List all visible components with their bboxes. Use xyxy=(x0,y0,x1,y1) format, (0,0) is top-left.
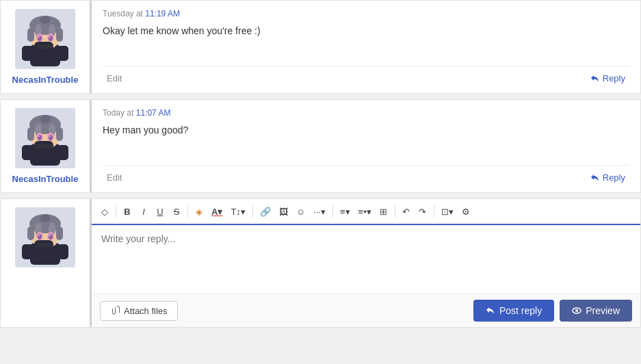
more-btn[interactable]: ···▾ xyxy=(310,203,329,220)
chibi-avatar-svg xyxy=(15,9,75,69)
svg-rect-2 xyxy=(22,46,33,61)
composer-area: ◇ B I U S ◈ A▾ T↕▾ 🔗 🖼 ☺ ···▾ ≡▾ ≡•▾ ⊞ ↶… xyxy=(90,199,640,327)
strikethrough-btn[interactable]: S xyxy=(169,203,184,220)
reply-icon-1 xyxy=(590,74,600,83)
svg-rect-26 xyxy=(27,127,34,141)
chibi-avatar-svg-3 xyxy=(15,207,75,268)
avatar-col-2: NecasInTrouble xyxy=(1,100,90,192)
svg-rect-46 xyxy=(27,226,34,240)
toolbar-divider-1 xyxy=(116,205,116,218)
preview-label: Preview xyxy=(586,305,620,316)
undo-btn[interactable]: ↶ xyxy=(399,203,414,220)
svg-rect-27 xyxy=(56,127,63,141)
post-actions-2: Edit Reply xyxy=(103,165,629,184)
toolbar-divider-5 xyxy=(395,205,395,218)
svg-rect-43 xyxy=(57,244,68,259)
footer-right: Post reply Preview xyxy=(473,300,632,322)
highlight-btn[interactable]: ◈ xyxy=(192,203,207,220)
svg-rect-3 xyxy=(57,46,68,61)
emoji-btn[interactable]: ☺ xyxy=(293,203,309,220)
table-btn[interactable]: ⊞ xyxy=(376,203,391,220)
post-content-2: Today at 11:07 AM Hey man you good? Edit… xyxy=(90,100,640,192)
toolbar-divider-3 xyxy=(252,205,253,218)
svg-point-53 xyxy=(38,234,42,239)
post-text-2: Hey man you good? xyxy=(103,123,629,157)
align-btn[interactable]: ≡▾ xyxy=(337,203,354,220)
timestamp-time-1: 11:19 AM xyxy=(145,9,180,18)
bold-btn[interactable]: B xyxy=(120,203,135,220)
image-btn[interactable]: 🖼 xyxy=(276,203,291,220)
toolbar: ◇ B I U S ◈ A▾ T↕▾ 🔗 🖼 ☺ ···▾ ≡▾ ≡•▾ ⊞ ↶… xyxy=(92,199,640,225)
svg-point-10 xyxy=(40,16,51,24)
toolbar-divider-4 xyxy=(332,205,333,218)
timestamp-label-1: Tuesday at xyxy=(103,9,143,18)
svg-point-34 xyxy=(49,135,53,140)
svg-point-56 xyxy=(49,235,51,236)
svg-point-30 xyxy=(40,115,51,123)
link-btn[interactable]: 🔗 xyxy=(257,203,274,220)
svg-rect-42 xyxy=(22,244,33,259)
preview-icon xyxy=(572,306,581,315)
toolbar-divider-2 xyxy=(187,205,188,218)
attach-files-button[interactable]: Attach files xyxy=(100,301,178,321)
avatar-col-1: NecasInTrouble xyxy=(1,1,90,93)
reply-composer: ◇ B I U S ◈ A▾ T↕▾ 🔗 🖼 ☺ ···▾ ≡▾ ≡•▾ ⊞ ↶… xyxy=(0,198,641,328)
avatar-1 xyxy=(15,9,75,69)
list-btn[interactable]: ≡•▾ xyxy=(355,203,375,220)
svg-rect-23 xyxy=(57,145,68,160)
edit-button-2[interactable]: Edit xyxy=(103,171,126,184)
reply-button-2[interactable]: Reply xyxy=(586,171,629,184)
post-meta-1: Tuesday at 11:19 AM xyxy=(103,9,629,18)
post-meta-2: Today at 11:07 AM xyxy=(103,108,629,118)
post-item-1: NecasInTrouble Tuesday at 11:19 AM Okay … xyxy=(0,0,641,94)
svg-point-13 xyxy=(38,36,42,41)
clear-format-btn[interactable]: ◇ xyxy=(97,203,112,220)
username-2: NecasInTrouble xyxy=(12,174,79,184)
svg-rect-7 xyxy=(56,28,63,42)
username-1: NecasInTrouble xyxy=(12,75,79,85)
svg-rect-6 xyxy=(27,28,34,42)
reply-icon-2 xyxy=(590,173,600,183)
composer-avatar-col xyxy=(1,199,90,327)
post-content-1: Tuesday at 11:19 AM Okay let me know whe… xyxy=(90,1,640,93)
redo-btn[interactable]: ↷ xyxy=(415,203,430,220)
font-color-btn[interactable]: A▾ xyxy=(208,203,226,220)
attach-label: Attach files xyxy=(124,306,168,316)
svg-point-36 xyxy=(49,135,51,137)
svg-point-35 xyxy=(38,135,40,137)
avatar-2 xyxy=(15,108,75,168)
toolbar-divider-6 xyxy=(434,205,434,218)
reply-button-1[interactable]: Reply xyxy=(586,72,629,85)
timestamp-label-2: Today at xyxy=(103,108,133,118)
font-size-btn[interactable]: T↕▾ xyxy=(227,203,248,220)
svg-rect-17 xyxy=(34,42,53,51)
svg-rect-22 xyxy=(22,145,33,160)
svg-point-61 xyxy=(575,309,578,312)
svg-point-16 xyxy=(49,36,51,38)
chibi-avatar-svg-2 xyxy=(15,108,75,168)
post-reply-icon xyxy=(486,306,495,315)
post-text-1: Okay let me know when you're free :) xyxy=(103,24,629,57)
composer-avatar xyxy=(15,207,75,268)
svg-point-54 xyxy=(49,234,53,239)
post-reply-label: Post reply xyxy=(499,305,542,316)
svg-point-14 xyxy=(49,36,53,41)
svg-point-50 xyxy=(40,214,51,222)
insert-btn[interactable]: ⊡▾ xyxy=(438,203,457,220)
composer-footer: Attach files Post reply Preview xyxy=(92,294,640,327)
paperclip-icon xyxy=(110,306,120,315)
post-reply-button[interactable]: Post reply xyxy=(473,300,554,322)
italic-btn[interactable]: I xyxy=(136,203,151,220)
svg-point-55 xyxy=(38,235,40,236)
svg-rect-37 xyxy=(34,141,53,151)
svg-point-33 xyxy=(38,135,42,140)
svg-point-15 xyxy=(38,36,40,38)
reply-input[interactable] xyxy=(92,225,640,294)
settings-btn[interactable]: ⚙ xyxy=(458,203,473,220)
edit-button-1[interactable]: Edit xyxy=(103,72,126,85)
post-actions-1: Edit Reply xyxy=(103,66,629,85)
preview-button[interactable]: Preview xyxy=(560,300,632,322)
svg-rect-57 xyxy=(34,240,53,250)
timestamp-time-2: 11:07 AM xyxy=(136,108,171,118)
underline-btn[interactable]: U xyxy=(153,203,168,220)
